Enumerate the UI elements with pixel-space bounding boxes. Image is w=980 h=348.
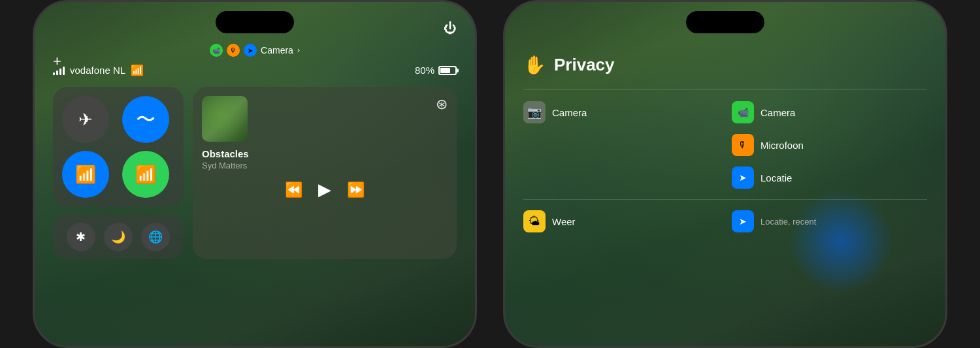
cc-left-panel: ✈ 〜 📶 📶 ✱ 🌙 (53, 87, 184, 259)
music-title: Obstacles (202, 148, 448, 159)
location-icon: ➤ (739, 172, 747, 183)
bluetooth-icon: ✱ (76, 230, 86, 244)
privacy-camera-item[interactable]: 📷 Camera (523, 101, 719, 123)
weather-icon: 🌤 (529, 215, 540, 229)
bar-1 (53, 72, 55, 75)
mic-privacy-icon: 🎙 (738, 140, 747, 150)
airplane-icon: ✈ (78, 110, 93, 130)
music-widget[interactable]: ⊛ Obstacles Syd Matters ⏪ ▶ ⏩ (193, 87, 457, 259)
battery-fill (440, 68, 450, 73)
camera-indicator[interactable]: 📹 🎙 ➤ Camera › (210, 44, 300, 57)
signal-bars (53, 66, 65, 75)
power-button[interactable]: ⏻ (444, 21, 457, 36)
play-button[interactable]: ▶ (318, 180, 331, 200)
camera-privacy-label: Camera (552, 107, 587, 118)
chevron-icon: › (297, 46, 300, 55)
camera-privacy-icon: 📷 (527, 105, 542, 119)
music-controls: ⏪ ▶ ⏩ (202, 180, 448, 200)
focus-button[interactable]: 🌙 (104, 223, 133, 251)
airplane-button[interactable]: ✈ (62, 96, 109, 143)
mic-privacy-icon-wrap: 🎙 (732, 134, 754, 156)
cellular-button[interactable]: 📶 (122, 151, 169, 198)
bar-3 (59, 69, 61, 75)
carrier-name: vodafone NL (70, 65, 125, 76)
camera-label: Camera (261, 45, 293, 55)
globe-button[interactable]: 🌐 (141, 223, 170, 251)
location-recent-label: Locatie, recent (760, 217, 816, 227)
privacy-header: ✋ Privacy (523, 54, 927, 76)
wifi-button[interactable]: 📶 (62, 151, 109, 198)
camera-privacy-icon-wrap: 📷 (523, 101, 546, 123)
location-recent-icon-wrap: ➤ (732, 210, 754, 232)
battery-icon (438, 66, 457, 75)
bar-2 (56, 71, 58, 75)
privacy-location-item[interactable]: ➤ Locatie (732, 166, 927, 189)
rewind-button[interactable]: ⏪ (285, 182, 302, 198)
battery-percent: 80% (415, 65, 434, 76)
signal-area: vodafone NL 📶 (53, 64, 144, 76)
dynamic-island-1 (216, 11, 294, 33)
fast-forward-button[interactable]: ⏩ (347, 182, 365, 198)
mid-divider (523, 199, 927, 200)
weather-label: Weer (552, 216, 576, 227)
privacy-grid: 📷 Camera 📹 Camera 🎙 Microfoon (523, 101, 927, 232)
wifi-icon: 📶 (131, 64, 144, 76)
weather-icon-wrap: 🌤 (523, 210, 546, 232)
camera-active-icon-wrap: 📹 (732, 101, 754, 123)
camera-active-label: Camera (760, 107, 795, 118)
privacy-mic-item[interactable]: 🎙 Microfoon (732, 134, 927, 156)
privacy-title: Privacy (554, 55, 615, 75)
airdrop-icon: 〜 (136, 106, 155, 133)
wifi-toggle-icon: 📶 (75, 165, 96, 185)
privacy-location-recent-item[interactable]: ➤ Locatie, recent (732, 210, 927, 232)
airplay-icon[interactable]: ⊛ (436, 96, 448, 113)
privacy-weather-item[interactable]: 🌤 Weer (523, 210, 719, 232)
music-artist: Syd Matters (202, 161, 448, 170)
dynamic-island-2 (686, 11, 764, 33)
control-center: ✈ 〜 📶 📶 ✱ 🌙 (53, 87, 457, 259)
mic-privacy-label: Microfoon (760, 140, 804, 151)
phone-1: ⏻ + 📹 🎙 ➤ Camera › vodafone NL 📶 80% (33, 0, 477, 348)
airdrop-button[interactable]: 〜 (122, 96, 169, 143)
bluetooth-button[interactable]: ✱ (67, 223, 95, 251)
location-icon-wrap: ➤ (732, 166, 754, 189)
privacy-panel: ✋ Privacy 📷 Camera 📹 Camera (505, 2, 945, 346)
cc-bottom-row: ✱ 🌙 🌐 (53, 215, 184, 259)
cellular-icon: 📶 (135, 165, 156, 185)
battery-area: 80% (415, 65, 457, 76)
phone-2: ✋ Privacy 📷 Camera 📹 Camera (503, 0, 947, 348)
mic-dot: 🎙 (227, 44, 240, 57)
location-dot: ➤ (244, 44, 257, 57)
album-art (202, 96, 248, 142)
globe-icon: 🌐 (148, 230, 163, 244)
camera-dot: 📹 (210, 44, 223, 57)
camera-active-icon: 📹 (738, 107, 749, 118)
location-label: Locatie (760, 172, 792, 183)
focus-icon: 🌙 (111, 230, 125, 244)
privacy-camera-active-item[interactable]: 📹 Camera (732, 101, 927, 123)
info-bar: vodafone NL 📶 80% (35, 64, 475, 76)
location-recent-icon: ➤ (739, 216, 747, 227)
bar-4 (63, 67, 65, 75)
cc-main-tiles: ✈ 〜 📶 📶 (53, 87, 184, 207)
privacy-hand-icon: ✋ (523, 54, 546, 76)
top-divider (523, 89, 927, 89)
